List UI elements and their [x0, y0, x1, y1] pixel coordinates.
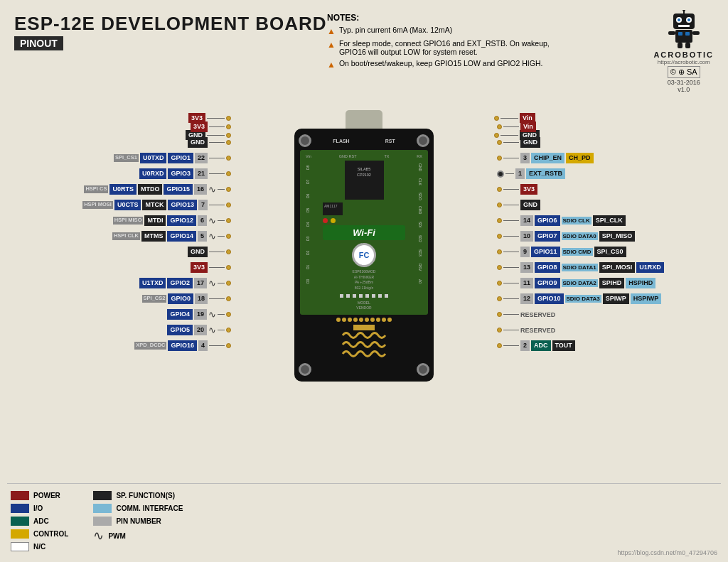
lbl-gpio1: GPIO1 — [168, 153, 193, 163]
notes-section: NOTES: ▲ Typ. pin current 6mA (Max. 12mA… — [327, 13, 555, 70]
line-3v3 — [207, 118, 225, 119]
silab-text: SILAB5CP2102 — [345, 161, 384, 178]
led-group — [323, 218, 405, 223]
lbl-sdio-data3: SDIO DATA3 — [565, 295, 601, 303]
lbl-spi-mosi: SPI_MOSI — [599, 262, 636, 273]
lbl-hspimiso: HSPI MISO — [113, 217, 144, 225]
legend-spfunc-box — [93, 491, 112, 500]
lbl-spics2: SPI_CS2 — [142, 295, 167, 303]
lbl-gpio3: GPIO3 — [168, 168, 193, 179]
pwm-2: ∿ — [208, 278, 216, 288]
mount-hole-tr — [417, 134, 429, 147]
legend-power-box — [11, 491, 29, 500]
pin-gnd-l — [226, 140, 231, 145]
svg-rect-15 — [353, 325, 375, 330]
pwm-4: ∿ — [208, 309, 216, 320]
lbl-gpio12: GPIO12 — [167, 215, 196, 226]
lbl-u0rts: U0RTS — [109, 184, 136, 195]
usb-connector — [346, 110, 382, 129]
lbl-reserved2: RESERVED — [520, 327, 555, 334]
board-top-labels: FLASH RST — [333, 134, 395, 147]
pin-adc — [497, 343, 502, 348]
svg-rect-11 — [668, 31, 675, 35]
logo-brand: ACROBOTIC — [653, 50, 714, 59]
lbl-gpio0: GPIO0 — [168, 293, 193, 304]
pin-gpio4 — [226, 312, 231, 317]
am-chip: AM1117 — [323, 202, 343, 215]
legend-io-box — [11, 504, 29, 513]
lbl-1: 1 — [515, 168, 525, 179]
lbl-21: 21 — [195, 168, 208, 179]
lbl-u1txd: U1TXD — [139, 278, 166, 288]
esp-center: SILAB5CP2102 AM1117 Wi-Fi — [323, 161, 405, 310]
pin-gpio16 — [226, 343, 231, 348]
pin-gpio3 — [226, 171, 231, 176]
svg-point-3 — [678, 18, 680, 21]
legend-io-label: I/O — [33, 504, 43, 512]
legend-divider — [7, 483, 721, 484]
lbl-mtdi: MTDI — [144, 215, 166, 226]
fc-cert: FC — [352, 243, 376, 267]
pin-gpio7 — [497, 234, 502, 239]
lbl-mtms: MTMS — [141, 231, 166, 242]
antenna-section — [299, 325, 429, 360]
silab-chip: SILAB5CP2102 — [345, 161, 384, 200]
lbl-gpio11: GPIO11 — [531, 247, 560, 257]
led-yellow — [331, 218, 336, 223]
lbl-14: 14 — [520, 215, 533, 226]
pin-gpio2 — [226, 281, 231, 286]
lbl-20: 20 — [194, 325, 207, 335]
pin-gpio1 — [226, 156, 231, 161]
esp-bottom-text: MODELVENDOR — [323, 301, 405, 310]
lbl-hspiclk: HSPI CLK — [112, 232, 140, 240]
pin-gpio13 — [226, 202, 231, 207]
lbl-11: 11 — [520, 278, 533, 288]
lbl-gpio4: GPIO4 — [167, 309, 193, 320]
lbl-3v3: 3V3 — [191, 121, 208, 132]
svg-point-4 — [687, 18, 690, 21]
pin-vin-right — [497, 124, 502, 129]
legend-col-1: POWER I/O ADC CONTROL N/C — [11, 491, 68, 551]
svg-rect-12 — [692, 31, 700, 35]
note-2: ▲ For sleep mode, connect GPIO16 and EXT… — [327, 39, 555, 56]
legend-pinnum-label: PIN NUMBER — [116, 517, 161, 525]
pin-gpio0 — [226, 296, 231, 301]
pin-gpio5 — [226, 328, 231, 333]
pin-gpio8 — [497, 265, 502, 270]
dot-ext-rstb — [497, 171, 504, 178]
legend-nc-box — [11, 542, 29, 551]
legend-power: POWER — [11, 491, 68, 500]
warning-icon-3: ▲ — [327, 60, 336, 70]
lbl-spihd: SPIHD — [599, 278, 625, 288]
lbl-chip-en: CHIP_EN — [531, 153, 564, 163]
lbl-u0cts: U0CTS — [114, 200, 141, 210]
lbl-3v3-r: 3V3 — [520, 184, 537, 195]
pin-gpio10 — [497, 296, 502, 301]
esp-info-text: ESP8266MODAI-THINKERPA +25dBm802.11b/g/n — [323, 269, 405, 291]
lbl-17: 17 — [194, 278, 207, 288]
antenna-svg — [336, 325, 392, 360]
note-1: ▲ Typ. pin current 6mA (Max. 12mA) — [327, 26, 555, 36]
rst-label: RST — [385, 139, 395, 144]
lbl-gpio16: GPIO16 — [168, 340, 197, 351]
lbl-18: 18 — [195, 293, 208, 304]
svg-rect-5 — [678, 25, 690, 27]
legend-pwm: ∿ PWM — [93, 529, 183, 542]
lbl-gpio9: GPIO9 — [535, 278, 560, 288]
wifi-badge: Wi-Fi — [323, 225, 405, 240]
lbl-sdio-data1: SDIO DATA1 — [562, 264, 598, 271]
legend-comm: COMM. INTERFACE — [93, 504, 183, 513]
pin-3v3-r — [497, 187, 502, 192]
pin-gpio6 — [497, 218, 502, 223]
svg-rect-14 — [685, 43, 690, 48]
pin-grid — [323, 293, 405, 298]
lbl-mtdo: MTDO — [138, 184, 163, 195]
pwm-14: ∿ — [208, 231, 216, 242]
esp-top-labels: Vin GND RST TX RX — [306, 154, 422, 158]
logo-url: https://acrobotic.com — [653, 59, 714, 65]
lbl-5: 5 — [198, 231, 207, 242]
lbl-12: 12 — [520, 293, 533, 304]
notes-title: NOTES: — [327, 13, 555, 23]
lbl-9: 9 — [520, 247, 530, 257]
esp-right-labels: GND CLK SDO CMD SDI SD2 SD3 RSV A0 — [408, 161, 422, 310]
